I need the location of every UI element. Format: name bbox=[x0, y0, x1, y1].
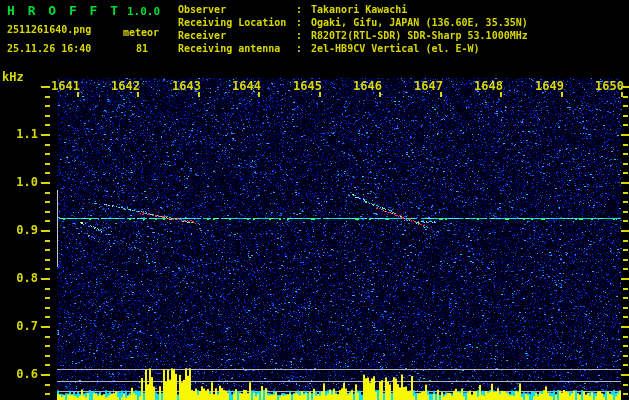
minute-tick bbox=[500, 92, 502, 97]
freq-tick bbox=[623, 115, 628, 117]
freq-tick bbox=[45, 211, 50, 213]
freq-tick bbox=[41, 134, 50, 136]
freq-tick bbox=[41, 182, 50, 184]
freq-tick bbox=[45, 201, 50, 203]
freq-tick bbox=[45, 288, 50, 290]
freq-tick bbox=[623, 307, 628, 309]
minute-tick-label: 1643 bbox=[167, 79, 201, 93]
minute-tick-label: 1642 bbox=[106, 79, 140, 93]
minute-tick bbox=[379, 92, 381, 97]
freq-tick-label: 1.0 bbox=[2, 175, 38, 189]
minute-tick-label: 1646 bbox=[348, 79, 382, 93]
freq-tick bbox=[621, 374, 629, 376]
minute-tick-label: 1648 bbox=[469, 79, 503, 93]
freq-tick bbox=[623, 288, 628, 290]
freq-tick bbox=[621, 182, 629, 184]
freq-tick bbox=[623, 144, 628, 146]
freq-tick bbox=[45, 249, 50, 251]
freq-tick bbox=[45, 220, 50, 222]
freq-tick-label: 0.7 bbox=[2, 319, 38, 333]
freq-tick bbox=[623, 268, 628, 270]
freq-tick bbox=[623, 393, 628, 395]
freq-tick bbox=[45, 192, 50, 194]
freq-tick bbox=[621, 134, 629, 136]
minute-tick-label: 1644 bbox=[227, 79, 261, 93]
freq-tick bbox=[623, 124, 628, 126]
freq-tick bbox=[45, 355, 50, 357]
freq-tick bbox=[623, 355, 628, 357]
freq-tick bbox=[623, 163, 628, 165]
minute-tick bbox=[440, 92, 442, 97]
freq-tick bbox=[41, 230, 50, 232]
minute-tick bbox=[198, 92, 200, 97]
freq-tick bbox=[623, 96, 628, 98]
freq-tick bbox=[623, 316, 628, 318]
freq-tick bbox=[45, 105, 50, 107]
minute-tick-label: 1650 bbox=[590, 79, 624, 93]
freq-tick bbox=[623, 153, 628, 155]
freq-tick-label: 0.8 bbox=[2, 271, 38, 285]
minute-tick bbox=[258, 92, 260, 97]
freq-tick bbox=[45, 336, 50, 338]
freq-tick bbox=[41, 278, 50, 280]
freq-tick bbox=[45, 124, 50, 126]
freq-tick bbox=[45, 297, 50, 299]
freq-tick bbox=[621, 230, 629, 232]
freq-tick bbox=[45, 172, 50, 174]
freq-tick bbox=[623, 259, 628, 261]
freq-tick bbox=[45, 153, 50, 155]
freq-tick bbox=[45, 259, 50, 261]
freq-tick bbox=[45, 316, 50, 318]
freq-tick bbox=[623, 172, 628, 174]
minute-tick-label: 1647 bbox=[409, 79, 443, 93]
freq-tick-label: 1.1 bbox=[2, 127, 38, 141]
minute-tick-label: 1641 bbox=[46, 79, 80, 93]
freq-tick bbox=[45, 384, 50, 386]
freq-tick bbox=[623, 211, 628, 213]
minute-tick-label: 1649 bbox=[530, 79, 564, 93]
freq-tick bbox=[623, 201, 628, 203]
freq-tick bbox=[45, 268, 50, 270]
minute-tick bbox=[319, 92, 321, 97]
freq-tick bbox=[623, 192, 628, 194]
freq-tick bbox=[45, 96, 50, 98]
freq-tick bbox=[45, 163, 50, 165]
freq-tick bbox=[621, 326, 629, 328]
freq-tick-label: 0.6 bbox=[2, 367, 38, 381]
minute-tick bbox=[77, 92, 79, 97]
minute-tick bbox=[137, 92, 139, 97]
freq-tick bbox=[623, 384, 628, 386]
freq-tick bbox=[45, 115, 50, 117]
freq-tick bbox=[623, 220, 628, 222]
freq-tick bbox=[45, 364, 50, 366]
hrofft-output: H R O F F T 1.0.0 2511261640.png meteor … bbox=[0, 0, 629, 400]
freq-tick bbox=[41, 326, 50, 328]
freq-tick bbox=[623, 364, 628, 366]
axis-layer: 1.11.00.90.80.70.61641164216431644164516… bbox=[0, 0, 629, 400]
freq-tick bbox=[45, 240, 50, 242]
freq-tick bbox=[623, 336, 628, 338]
minute-tick-label: 1645 bbox=[288, 79, 322, 93]
freq-tick bbox=[45, 144, 50, 146]
freq-tick bbox=[623, 345, 628, 347]
minute-tick bbox=[621, 92, 623, 97]
freq-tick bbox=[623, 240, 628, 242]
freq-tick bbox=[45, 345, 50, 347]
freq-tick bbox=[45, 307, 50, 309]
freq-tick bbox=[623, 297, 628, 299]
freq-tick bbox=[623, 249, 628, 251]
freq-tick-label: 0.9 bbox=[2, 223, 38, 237]
freq-tick bbox=[45, 393, 50, 395]
freq-tick bbox=[621, 278, 629, 280]
freq-tick bbox=[623, 105, 628, 107]
freq-tick bbox=[41, 374, 50, 376]
minute-tick bbox=[561, 92, 563, 97]
